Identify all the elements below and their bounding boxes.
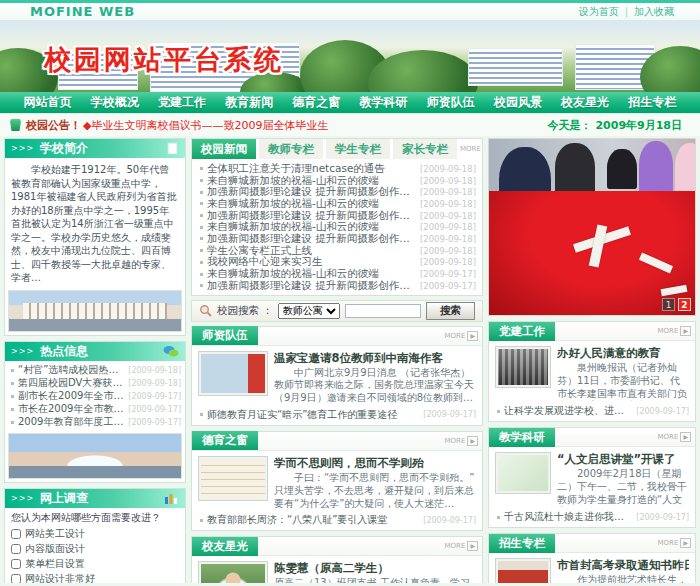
featured-thumbnail[interactable]: [495, 558, 551, 583]
hot-info-item[interactable]: 第四届校园DV大赛获奖作…[2009-09-18]: [9, 377, 181, 390]
featured-excerpt: 泉州晚报讯（记者孙灿芬）11日，市委副书记、代市长李建国率市直有关部门负责人走访…: [557, 362, 689, 401]
featured-title[interactable]: 办好人民满意的教育: [557, 346, 689, 361]
nav-item-scenery[interactable]: 校园风景: [494, 94, 542, 111]
featured-title[interactable]: “人文启思讲堂”开课了: [557, 452, 689, 467]
featured-thumbnail[interactable]: [495, 346, 551, 388]
nav-item-overview[interactable]: 学校概况: [91, 94, 139, 111]
hot-info-item[interactable]: 2009年教育部年度工作会…[2009-09-17]: [9, 416, 181, 429]
pager-button-1[interactable]: 1: [662, 298, 675, 311]
announcement-link[interactable]: ◆毕业生文明离校倡议书——致2009届全体毕业生: [83, 118, 328, 133]
section-title-teachers[interactable]: 师资队伍: [192, 326, 258, 345]
more-link[interactable]: MORE▶: [460, 144, 483, 154]
bullet-icon: [497, 516, 500, 519]
survey-checkbox[interactable]: [11, 529, 21, 539]
pager-button-2[interactable]: 2: [678, 298, 691, 311]
section-header: 德育之窗 MORE▶: [192, 432, 482, 451]
nav-item-home[interactable]: 网站首页: [24, 94, 72, 111]
section-title-moral[interactable]: 德育之窗: [192, 431, 258, 450]
search-category-select[interactable]: 教师公寓: [278, 303, 340, 319]
bullet-icon: [200, 226, 203, 229]
more-link[interactable]: MORE▶: [658, 432, 691, 442]
nav-item-research[interactable]: 教学科研: [360, 94, 408, 111]
featured-excerpt: 作为提前批艺术特长生，曹某某以超出录取分数线80.59的成绩被清华大学录取，其专…: [557, 574, 689, 583]
school-intro-box: >>> 学校简介 学校始建于1912年。50年代曾被教育部确认为国家级重点中学，…: [4, 138, 186, 336]
featured-thumbnail[interactable]: [198, 456, 268, 501]
section-list-item[interactable]: 教育部部长周济：“八荣八耻”要引入课堂[2009-09-17]: [198, 513, 476, 527]
search-button[interactable]: 搜索: [426, 302, 475, 320]
section-header: 校友星光 MORE▶: [192, 537, 482, 556]
featured-thumbnail[interactable]: [198, 561, 268, 583]
more-link[interactable]: MORE▶: [445, 331, 478, 341]
bullet-icon: [200, 167, 203, 170]
bullet-icon: [200, 284, 203, 287]
hot-info-item[interactable]: 市长在2009年全市教育工…[2009-09-17]: [9, 403, 181, 416]
bullet-icon: [200, 237, 203, 240]
survey-option[interactable]: 菜单栏目设置: [11, 557, 179, 572]
survey-checkbox[interactable]: [11, 574, 21, 583]
banner-building-decoration: [468, 48, 563, 86]
search-bar: 校园搜索 ： 教师公寓 搜索: [191, 300, 483, 322]
more-arrow-icon: ▶: [680, 432, 691, 442]
photo-figure: [639, 141, 673, 193]
more-arrow-icon: ▶: [467, 331, 478, 341]
survey-option[interactable]: 网站设计非常好: [11, 572, 179, 584]
bullet-icon: [200, 273, 203, 276]
bullet-icon: [200, 214, 203, 217]
section-title-party[interactable]: 党建工作: [489, 322, 555, 341]
featured-thumbnail[interactable]: [495, 452, 551, 494]
hot-info-item[interactable]: 副市长在2009年全市教育…[2009-09-17]: [9, 390, 181, 403]
chat-bubbles-icon: [163, 345, 179, 358]
nav-item-teachers[interactable]: 师资队伍: [427, 94, 475, 111]
campus-photo: [8, 290, 182, 332]
featured-title[interactable]: 陈雯慧（原高二学生）: [274, 561, 476, 576]
section-list-item[interactable]: 师德教育月证实“暗示”德育工作的重要途径[2009-09-17]: [198, 408, 476, 422]
set-homepage-link[interactable]: 设为首页: [579, 5, 619, 19]
section-moral: 德育之窗 MORE▶ 学而不思则罔，思而不学则殆 子曰：“学而不思则罔，思而不学…: [191, 431, 483, 531]
bullet-icon: [497, 410, 500, 413]
nav-item-moral[interactable]: 德育之窗: [292, 94, 340, 111]
featured-title[interactable]: 温家宝邀请8位教师到中南海作客: [274, 351, 476, 366]
search-input[interactable]: [345, 304, 421, 318]
featured-title[interactable]: 市首封高考录取通知书昨日送达: [557, 558, 689, 573]
photo-slideshow[interactable]: 1 2: [488, 138, 696, 316]
header-arrows: >>>: [11, 347, 34, 356]
tab-student-column[interactable]: 学生专栏: [326, 139, 390, 159]
hot-info-header: >>> 热点信息: [5, 342, 185, 361]
survey-header: >>> 网上调查: [5, 489, 185, 508]
tab-parent-column[interactable]: 家长专栏: [393, 139, 457, 159]
nav-item-edu-news[interactable]: 教育新闻: [225, 94, 273, 111]
survey-checkbox[interactable]: [11, 544, 21, 554]
section-alumni: 校友星光 MORE▶ 陈雯慧（原高二学生） 原高二（13）班团支书 工作认真负责…: [191, 536, 483, 583]
featured-thumbnail[interactable]: [198, 351, 268, 396]
school-intro-title: 学校简介: [40, 140, 88, 157]
featured-title[interactable]: 学而不思则罔，思而不学则殆: [274, 456, 476, 471]
survey-checkbox[interactable]: [11, 559, 21, 569]
nav-item-admission[interactable]: 招生专栏: [628, 94, 676, 111]
hot-info-box: >>> 热点信息 “村官”选聘成校园热点…[2009-09-18] 第四届校园D…: [4, 341, 186, 483]
section-list-item[interactable]: 让科学发展观进学校、进课堂、进家庭[2009-09-17]: [495, 404, 689, 418]
survey-option[interactable]: 网站美工设计: [11, 527, 179, 542]
section-title-admission[interactable]: 招生专栏: [489, 534, 555, 553]
section-title-research[interactable]: 教学科研: [489, 428, 555, 447]
more-link[interactable]: MORE▶: [658, 326, 691, 336]
tab-teacher-column[interactable]: 教师专栏: [259, 139, 323, 159]
section-title-alumni[interactable]: 校友星光: [192, 537, 258, 556]
more-link[interactable]: MORE▶: [445, 541, 478, 551]
nav-item-party[interactable]: 党建工作: [158, 94, 206, 111]
header-arrows: >>>: [11, 494, 34, 503]
featured-excerpt: 2009年2月18日（星期二）下午一、二节，我校骨干教师为学生量身打造的“人文启…: [557, 468, 689, 507]
section-header: 党建工作 MORE▶: [489, 322, 695, 341]
news-item[interactable]: 加强新闻摄影理论建设 提升新闻摄影创作水平[2009-09-17]: [198, 280, 476, 292]
section-teachers: 师资队伍 MORE▶ 温家宝邀请8位教师到中南海作客 中广网北京9月9日消息 （…: [191, 326, 483, 426]
main-nav: 网站首页 学校概况 党建工作 教育新闻 德育之窗 教学科研 师资队伍 校园风景 …: [0, 92, 700, 114]
section-list-item[interactable]: 千古风流杜十娘走进你我心中“学洋思经…[2009-09-17]: [495, 510, 689, 524]
more-link[interactable]: MORE▶: [658, 538, 691, 548]
more-arrow-icon: ▶: [467, 541, 478, 551]
tab-campus-news[interactable]: 校园新闻: [192, 139, 256, 159]
nav-item-alumni[interactable]: 校友星光: [561, 94, 609, 111]
center-column: 校园新闻 教师专栏 学生专栏 家长专栏 MORE▶ 全体职工注意关于清理netc…: [191, 138, 483, 583]
add-favorite-link[interactable]: 加入收藏: [634, 5, 674, 19]
more-link[interactable]: MORE▶: [445, 436, 478, 446]
hot-info-item[interactable]: “村官”选聘成校园热点…[2009-09-18]: [9, 364, 181, 377]
survey-option[interactable]: 内容版面设计: [11, 542, 179, 557]
